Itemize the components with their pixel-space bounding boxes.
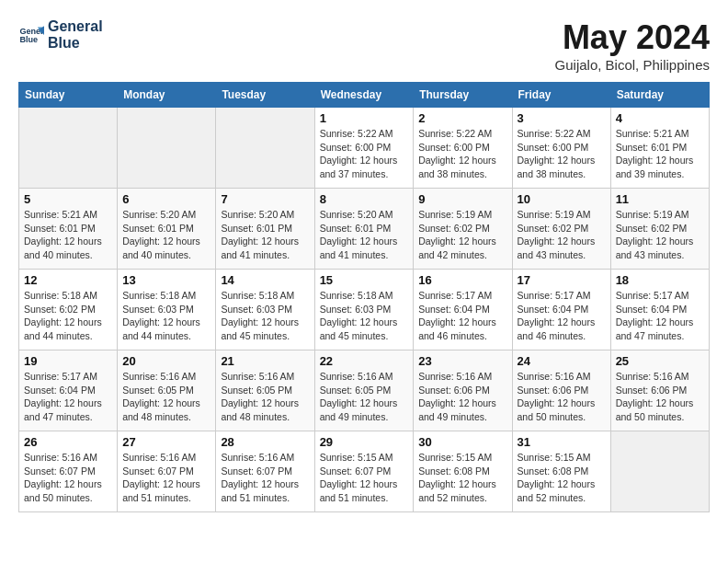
calendar-cell (610, 431, 709, 512)
day-number: 14 (221, 273, 309, 287)
day-number: 6 (122, 192, 210, 206)
day-detail: Sunrise: 5:19 AM Sunset: 6:02 PM Dayligh… (616, 208, 704, 262)
day-detail: Sunrise: 5:16 AM Sunset: 6:05 PM Dayligh… (122, 370, 210, 424)
day-detail: Sunrise: 5:16 AM Sunset: 6:05 PM Dayligh… (320, 370, 409, 424)
day-detail: Sunrise: 5:20 AM Sunset: 6:01 PM Dayligh… (221, 208, 309, 262)
day-detail: Sunrise: 5:18 AM Sunset: 6:02 PM Dayligh… (24, 289, 112, 343)
calendar-cell (118, 108, 216, 189)
day-number: 18 (616, 273, 704, 287)
day-detail: Sunrise: 5:22 AM Sunset: 6:00 PM Dayligh… (418, 127, 506, 181)
calendar-cell: 30Sunrise: 5:15 AM Sunset: 6:08 PM Dayli… (414, 431, 512, 512)
calendar-cell: 29Sunrise: 5:15 AM Sunset: 6:07 PM Dayli… (314, 431, 414, 512)
day-number: 1 (320, 111, 409, 125)
day-number: 20 (122, 354, 210, 368)
calendar-cell: 17Sunrise: 5:17 AM Sunset: 6:04 PM Dayli… (512, 270, 610, 350)
day-detail: Sunrise: 5:15 AM Sunset: 6:07 PM Dayligh… (320, 451, 409, 505)
title-section: May 2024 Guijalo, Bicol, Philippines (555, 18, 710, 73)
logo: General Blue General Blue (18, 18, 103, 51)
day-number: 26 (24, 435, 112, 449)
weekday-header-saturday: Saturday (610, 83, 709, 108)
day-detail: Sunrise: 5:20 AM Sunset: 6:01 PM Dayligh… (320, 208, 409, 262)
calendar-cell: 19Sunrise: 5:17 AM Sunset: 6:04 PM Dayli… (19, 350, 118, 431)
calendar-cell: 7Sunrise: 5:20 AM Sunset: 6:01 PM Daylig… (216, 189, 314, 270)
logo-line2: Blue (48, 35, 103, 52)
svg-text:Blue: Blue (19, 35, 38, 44)
day-detail: Sunrise: 5:19 AM Sunset: 6:02 PM Dayligh… (418, 208, 506, 262)
day-detail: Sunrise: 5:19 AM Sunset: 6:02 PM Dayligh… (518, 208, 606, 262)
day-number: 13 (122, 273, 210, 287)
calendar-cell: 12Sunrise: 5:18 AM Sunset: 6:02 PM Dayli… (19, 270, 118, 350)
day-number: 11 (616, 192, 704, 206)
day-detail: Sunrise: 5:16 AM Sunset: 6:06 PM Dayligh… (616, 370, 704, 424)
month-title: May 2024 (555, 18, 710, 57)
calendar-cell: 4Sunrise: 5:21 AM Sunset: 6:01 PM Daylig… (610, 108, 709, 189)
day-number: 8 (320, 192, 409, 206)
weekday-header-row: SundayMondayTuesdayWednesdayThursdayFrid… (19, 83, 710, 108)
calendar-cell: 10Sunrise: 5:19 AM Sunset: 6:02 PM Dayli… (512, 189, 610, 270)
calendar-cell: 15Sunrise: 5:18 AM Sunset: 6:03 PM Dayli… (314, 270, 414, 350)
calendar-cell: 2Sunrise: 5:22 AM Sunset: 6:00 PM Daylig… (414, 108, 512, 189)
day-number: 2 (418, 111, 506, 125)
weekday-header-tuesday: Tuesday (216, 83, 314, 108)
weekday-header-monday: Monday (118, 83, 216, 108)
calendar-week-row: 26Sunrise: 5:16 AM Sunset: 6:07 PM Dayli… (19, 431, 710, 512)
calendar-cell: 24Sunrise: 5:16 AM Sunset: 6:06 PM Dayli… (512, 350, 610, 431)
day-number: 4 (616, 111, 704, 125)
day-number: 5 (24, 192, 112, 206)
day-detail: Sunrise: 5:17 AM Sunset: 6:04 PM Dayligh… (24, 370, 112, 424)
calendar-week-row: 1Sunrise: 5:22 AM Sunset: 6:00 PM Daylig… (19, 108, 710, 189)
calendar-cell: 14Sunrise: 5:18 AM Sunset: 6:03 PM Dayli… (216, 270, 314, 350)
day-number: 29 (320, 435, 409, 449)
day-detail: Sunrise: 5:16 AM Sunset: 6:06 PM Dayligh… (418, 370, 506, 424)
logo-icon: General Blue (18, 22, 44, 48)
day-detail: Sunrise: 5:17 AM Sunset: 6:04 PM Dayligh… (616, 289, 704, 343)
day-detail: Sunrise: 5:16 AM Sunset: 6:07 PM Dayligh… (24, 451, 112, 505)
page-header: General Blue General Blue May 2024 Guija… (18, 18, 710, 73)
calendar-cell: 20Sunrise: 5:16 AM Sunset: 6:05 PM Dayli… (118, 350, 216, 431)
calendar-cell: 21Sunrise: 5:16 AM Sunset: 6:05 PM Dayli… (216, 350, 314, 431)
day-number: 9 (418, 192, 506, 206)
calendar-cell: 22Sunrise: 5:16 AM Sunset: 6:05 PM Dayli… (314, 350, 414, 431)
calendar-cell: 13Sunrise: 5:18 AM Sunset: 6:03 PM Dayli… (118, 270, 216, 350)
day-detail: Sunrise: 5:18 AM Sunset: 6:03 PM Dayligh… (320, 289, 409, 343)
calendar-week-row: 19Sunrise: 5:17 AM Sunset: 6:04 PM Dayli… (19, 350, 710, 431)
day-detail: Sunrise: 5:17 AM Sunset: 6:04 PM Dayligh… (518, 289, 606, 343)
calendar-week-row: 12Sunrise: 5:18 AM Sunset: 6:02 PM Dayli… (19, 270, 710, 350)
day-detail: Sunrise: 5:15 AM Sunset: 6:08 PM Dayligh… (518, 451, 606, 505)
calendar-cell: 25Sunrise: 5:16 AM Sunset: 6:06 PM Dayli… (610, 350, 709, 431)
day-number: 17 (518, 273, 606, 287)
calendar-cell: 9Sunrise: 5:19 AM Sunset: 6:02 PM Daylig… (414, 189, 512, 270)
calendar-cell: 3Sunrise: 5:22 AM Sunset: 6:00 PM Daylig… (512, 108, 610, 189)
day-detail: Sunrise: 5:16 AM Sunset: 6:07 PM Dayligh… (122, 451, 210, 505)
calendar-cell: 26Sunrise: 5:16 AM Sunset: 6:07 PM Dayli… (19, 431, 118, 512)
day-number: 25 (616, 354, 704, 368)
calendar-cell: 28Sunrise: 5:16 AM Sunset: 6:07 PM Dayli… (216, 431, 314, 512)
day-number: 23 (418, 354, 506, 368)
day-number: 22 (320, 354, 409, 368)
calendar-cell: 5Sunrise: 5:21 AM Sunset: 6:01 PM Daylig… (19, 189, 118, 270)
day-detail: Sunrise: 5:16 AM Sunset: 6:06 PM Dayligh… (518, 370, 606, 424)
day-detail: Sunrise: 5:21 AM Sunset: 6:01 PM Dayligh… (24, 208, 112, 262)
calendar-cell: 23Sunrise: 5:16 AM Sunset: 6:06 PM Dayli… (414, 350, 512, 431)
day-detail: Sunrise: 5:18 AM Sunset: 6:03 PM Dayligh… (221, 289, 309, 343)
day-number: 27 (122, 435, 210, 449)
calendar-cell: 16Sunrise: 5:17 AM Sunset: 6:04 PM Dayli… (414, 270, 512, 350)
calendar-cell: 6Sunrise: 5:20 AM Sunset: 6:01 PM Daylig… (118, 189, 216, 270)
weekday-header-friday: Friday (512, 83, 610, 108)
day-number: 31 (518, 435, 606, 449)
calendar-cell: 1Sunrise: 5:22 AM Sunset: 6:00 PM Daylig… (314, 108, 414, 189)
calendar-cell: 18Sunrise: 5:17 AM Sunset: 6:04 PM Dayli… (610, 270, 709, 350)
day-number: 3 (518, 111, 606, 125)
calendar-cell (216, 108, 314, 189)
day-detail: Sunrise: 5:18 AM Sunset: 6:03 PM Dayligh… (122, 289, 210, 343)
day-detail: Sunrise: 5:22 AM Sunset: 6:00 PM Dayligh… (320, 127, 409, 181)
day-number: 15 (320, 273, 409, 287)
day-detail: Sunrise: 5:22 AM Sunset: 6:00 PM Dayligh… (518, 127, 606, 181)
calendar-cell: 11Sunrise: 5:19 AM Sunset: 6:02 PM Dayli… (610, 189, 709, 270)
calendar-week-row: 5Sunrise: 5:21 AM Sunset: 6:01 PM Daylig… (19, 189, 710, 270)
day-number: 30 (418, 435, 506, 449)
day-detail: Sunrise: 5:15 AM Sunset: 6:08 PM Dayligh… (418, 451, 506, 505)
day-number: 12 (24, 273, 112, 287)
weekday-header-wednesday: Wednesday (314, 83, 414, 108)
day-number: 21 (221, 354, 309, 368)
